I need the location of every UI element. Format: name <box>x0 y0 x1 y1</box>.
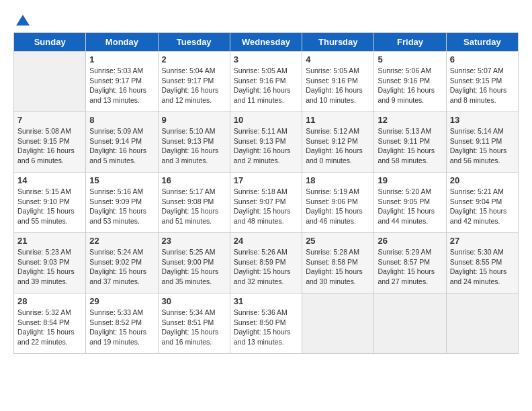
day-info: Sunrise: 5:24 AMSunset: 9:02 PMDaylight:… <box>89 248 146 285</box>
calendar-cell: 3Sunrise: 5:05 AMSunset: 9:16 PMDaylight… <box>230 52 302 112</box>
svg-marker-0 <box>16 15 30 26</box>
day-info: Sunrise: 5:11 AMSunset: 9:13 PMDaylight:… <box>234 127 291 165</box>
logo <box>13 13 31 27</box>
day-number: 31 <box>234 296 298 306</box>
day-info: Sunrise: 5:36 AMSunset: 8:50 PMDaylight:… <box>234 308 291 346</box>
calendar-cell: 29Sunrise: 5:33 AMSunset: 8:52 PMDayligh… <box>86 293 158 354</box>
calendar-cell: 9Sunrise: 5:10 AMSunset: 9:13 PMDaylight… <box>158 112 230 173</box>
day-number: 2 <box>162 54 226 64</box>
day-info: Sunrise: 5:17 AMSunset: 9:08 PMDaylight:… <box>162 187 219 225</box>
day-header-saturday: Saturday <box>446 33 518 52</box>
calendar-cell: 28Sunrise: 5:32 AMSunset: 8:54 PMDayligh… <box>14 293 86 354</box>
day-info: Sunrise: 5:05 AMSunset: 9:16 PMDaylight:… <box>306 66 363 104</box>
calendar-cell: 11Sunrise: 5:12 AMSunset: 9:12 PMDayligh… <box>302 112 374 173</box>
calendar-cell: 7Sunrise: 5:08 AMSunset: 9:15 PMDaylight… <box>14 112 86 173</box>
calendar-cell: 19Sunrise: 5:20 AMSunset: 9:05 PMDayligh… <box>374 173 446 233</box>
logo-icon <box>15 13 31 27</box>
calendar-cell: 6Sunrise: 5:07 AMSunset: 9:15 PMDaylight… <box>446 52 518 112</box>
day-info: Sunrise: 5:26 AMSunset: 8:59 PMDaylight:… <box>234 248 291 285</box>
day-number: 17 <box>234 175 298 185</box>
day-number: 14 <box>17 175 82 185</box>
day-number: 11 <box>306 115 370 125</box>
calendar-cell: 22Sunrise: 5:24 AMSunset: 9:02 PMDayligh… <box>86 233 158 293</box>
day-number: 20 <box>450 175 515 185</box>
day-number: 12 <box>378 115 442 125</box>
day-number: 9 <box>162 115 226 125</box>
calendar-cell: 27Sunrise: 5:30 AMSunset: 8:55 PMDayligh… <box>446 233 518 293</box>
day-info: Sunrise: 5:10 AMSunset: 9:13 PMDaylight:… <box>162 127 219 165</box>
day-number: 7 <box>17 115 82 125</box>
day-number: 10 <box>234 115 298 125</box>
calendar-cell: 14Sunrise: 5:15 AMSunset: 9:10 PMDayligh… <box>14 173 86 233</box>
calendar-cell: 12Sunrise: 5:13 AMSunset: 9:11 PMDayligh… <box>374 112 446 173</box>
day-number: 16 <box>162 175 226 185</box>
day-info: Sunrise: 5:25 AMSunset: 9:00 PMDaylight:… <box>162 248 219 285</box>
day-header-tuesday: Tuesday <box>158 33 230 52</box>
day-info: Sunrise: 5:30 AMSunset: 8:55 PMDaylight:… <box>450 248 507 285</box>
day-info: Sunrise: 5:18 AMSunset: 9:07 PMDaylight:… <box>234 187 291 225</box>
day-number: 13 <box>450 115 515 125</box>
calendar-cell: 2Sunrise: 5:04 AMSunset: 9:17 PMDaylight… <box>158 52 230 112</box>
day-info: Sunrise: 5:16 AMSunset: 9:09 PMDaylight:… <box>89 187 146 225</box>
day-number: 8 <box>89 115 154 125</box>
calendar-cell: 20Sunrise: 5:21 AMSunset: 9:04 PMDayligh… <box>446 173 518 233</box>
day-header-monday: Monday <box>86 33 158 52</box>
day-number: 26 <box>378 236 442 246</box>
calendar-cell: 23Sunrise: 5:25 AMSunset: 9:00 PMDayligh… <box>158 233 230 293</box>
day-info: Sunrise: 5:08 AMSunset: 9:15 PMDaylight:… <box>17 127 75 165</box>
calendar-cell: 15Sunrise: 5:16 AMSunset: 9:09 PMDayligh… <box>86 173 158 233</box>
day-info: Sunrise: 5:13 AMSunset: 9:11 PMDaylight:… <box>378 127 435 165</box>
day-info: Sunrise: 5:04 AMSunset: 9:17 PMDaylight:… <box>162 66 219 104</box>
calendar-cell: 16Sunrise: 5:17 AMSunset: 9:08 PMDayligh… <box>158 173 230 233</box>
week-row-4: 21Sunrise: 5:23 AMSunset: 9:03 PMDayligh… <box>14 233 519 293</box>
calendar-cell <box>302 293 374 354</box>
calendar-cell: 13Sunrise: 5:14 AMSunset: 9:11 PMDayligh… <box>446 112 518 173</box>
calendar-cell <box>446 293 518 354</box>
day-number: 21 <box>17 236 82 246</box>
header-row: SundayMondayTuesdayWednesdayThursdayFrid… <box>14 33 519 52</box>
week-row-2: 7Sunrise: 5:08 AMSunset: 9:15 PMDaylight… <box>14 112 519 173</box>
day-info: Sunrise: 5:32 AMSunset: 8:54 PMDaylight:… <box>17 308 75 346</box>
day-number: 4 <box>306 54 370 64</box>
header-area <box>13 13 519 27</box>
day-number: 19 <box>378 175 442 185</box>
day-info: Sunrise: 5:23 AMSunset: 9:03 PMDaylight:… <box>17 248 75 285</box>
day-number: 5 <box>378 54 442 64</box>
day-info: Sunrise: 5:15 AMSunset: 9:10 PMDaylight:… <box>17 187 75 225</box>
calendar-cell: 8Sunrise: 5:09 AMSunset: 9:14 PMDaylight… <box>86 112 158 173</box>
day-number: 3 <box>234 54 298 64</box>
calendar-cell: 10Sunrise: 5:11 AMSunset: 9:13 PMDayligh… <box>230 112 302 173</box>
day-info: Sunrise: 5:05 AMSunset: 9:16 PMDaylight:… <box>234 66 291 104</box>
calendar-cell <box>374 293 446 354</box>
day-header-friday: Friday <box>374 33 446 52</box>
calendar-cell: 31Sunrise: 5:36 AMSunset: 8:50 PMDayligh… <box>230 293 302 354</box>
day-info: Sunrise: 5:06 AMSunset: 9:16 PMDaylight:… <box>378 66 435 104</box>
day-header-thursday: Thursday <box>302 33 374 52</box>
calendar-cell: 21Sunrise: 5:23 AMSunset: 9:03 PMDayligh… <box>14 233 86 293</box>
day-info: Sunrise: 5:21 AMSunset: 9:04 PMDaylight:… <box>450 187 507 225</box>
day-number: 1 <box>89 54 154 64</box>
calendar-cell: 30Sunrise: 5:34 AMSunset: 8:51 PMDayligh… <box>158 293 230 354</box>
calendar-table: SundayMondayTuesdayWednesdayThursdayFrid… <box>13 32 519 354</box>
calendar-cell <box>14 52 86 112</box>
calendar-cell: 5Sunrise: 5:06 AMSunset: 9:16 PMDaylight… <box>374 52 446 112</box>
day-number: 24 <box>234 236 298 246</box>
day-info: Sunrise: 5:03 AMSunset: 9:17 PMDaylight:… <box>89 66 146 104</box>
day-number: 6 <box>450 54 515 64</box>
day-info: Sunrise: 5:33 AMSunset: 8:52 PMDaylight:… <box>89 308 146 346</box>
day-info: Sunrise: 5:19 AMSunset: 9:06 PMDaylight:… <box>306 187 363 225</box>
day-header-sunday: Sunday <box>14 33 86 52</box>
day-number: 15 <box>89 175 154 185</box>
day-number: 27 <box>450 236 515 246</box>
day-info: Sunrise: 5:28 AMSunset: 8:58 PMDaylight:… <box>306 248 363 285</box>
calendar-cell: 18Sunrise: 5:19 AMSunset: 9:06 PMDayligh… <box>302 173 374 233</box>
calendar-cell: 17Sunrise: 5:18 AMSunset: 9:07 PMDayligh… <box>230 173 302 233</box>
calendar-cell: 25Sunrise: 5:28 AMSunset: 8:58 PMDayligh… <box>302 233 374 293</box>
day-number: 25 <box>306 236 370 246</box>
day-info: Sunrise: 5:07 AMSunset: 9:15 PMDaylight:… <box>450 66 507 104</box>
day-number: 18 <box>306 175 370 185</box>
calendar-cell: 26Sunrise: 5:29 AMSunset: 8:57 PMDayligh… <box>374 233 446 293</box>
day-info: Sunrise: 5:09 AMSunset: 9:14 PMDaylight:… <box>89 127 146 165</box>
day-info: Sunrise: 5:34 AMSunset: 8:51 PMDaylight:… <box>162 308 219 346</box>
day-number: 28 <box>17 296 82 306</box>
